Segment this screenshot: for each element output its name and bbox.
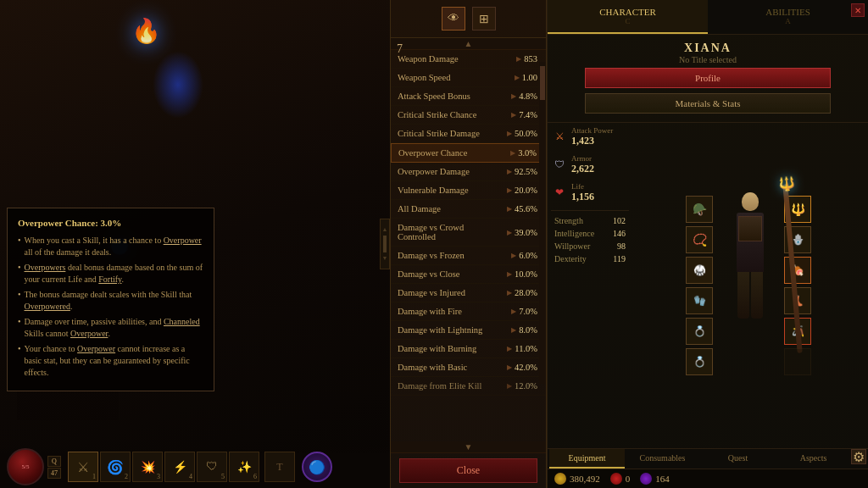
arrow-icon: ▶ [507,363,512,371]
stat-row-crit-damage[interactable]: Critical Strike Damage ▶ 50.0% [391,125,546,143]
stat-name-vulnerable-damage: Vulnerable Damage [398,186,469,195]
stat-value-vs-crowd: ▶ 39.0% [507,228,537,237]
stat-value-overpower-damage: ▶ 92.5% [507,167,537,176]
skill-slot-2[interactable]: 🌀 2 [100,452,131,482]
attack-power-info: Attack Power 1,423 [571,126,613,147]
arrow-icon: ▶ [507,130,512,137]
stat-value-with-lightning: ▶ 8.0% [511,325,537,335]
stat-row-with-fire[interactable]: Damage with Fire ▶ 7.0% [391,302,546,321]
equip-slot-gloves[interactable]: 🧤 [686,287,713,314]
arrow-icon: ▶ [507,168,512,175]
dexterity-row: Dexterity 119 [551,252,629,265]
stat-row-with-lightning[interactable]: Damage with Lightning ▶ 8.0% [391,321,546,340]
arrow-icon: ▶ [507,270,512,278]
stat-name-with-lightning: Damage with Lightning [398,325,482,335]
stat-name-vs-frozen: Damage vs Frozen [398,251,465,260]
blue-flame-glow [153,51,203,119]
red-currency: 0 [610,473,631,485]
stat-row-vs-frozen[interactable]: Damage vs Frozen ▶ 6.0% [391,247,546,265]
skill-slot-1[interactable]: ⚔ 1 [68,452,98,482]
attack-power-icon: ⚔ [551,129,568,146]
equip-slot-helmet[interactable]: 🪖 [686,196,713,223]
tab-equipment[interactable]: Equipment [549,449,625,469]
stat-row-overpower-chance[interactable]: Overpower Chance ▶ 3.0% [391,143,546,163]
stat-name-vs-crowd: Damage vs CrowdControlled [398,223,464,241]
blue-flame: 🔥 [131,17,161,45]
equip-col-left: 🪖 📿 🥋 🧤 💍 💍 [686,192,716,379]
panel-scroll-handle[interactable]: ▲ ▼ [380,219,390,269]
stat-name-elite-kill: Damage from Elite Kill [398,381,481,391]
equipment-tabs: Equipment Consumables Quest Aspects ⚙ [548,448,868,469]
stat-name-weapon-speed: Weapon Speed [398,73,450,82]
stat-row-elite-kill[interactable]: Damage from Elite Kill ▶ 12.0% [391,377,546,396]
tab-consumables[interactable]: Consumables [625,449,700,469]
skill-slots: ⚔ 1 🌀 2 💥 3 ⚡ 4 🛡 5 [68,452,259,482]
strength-row: Strength 102 [551,214,629,227]
extra-slot[interactable]: T [264,452,295,482]
character-figure: 🔱 [716,184,784,387]
profile-button[interactable]: Profile [585,68,831,88]
equip-slot-ring2[interactable]: 💍 [686,348,713,375]
equip-slot-empty[interactable] [784,348,811,375]
stat-row-all-damage[interactable]: All Damage ▶ 45.6% [391,200,546,219]
life-info: Life 1,156 [571,182,594,203]
stat-value-all-damage: ▶ 45.6% [507,204,537,214]
skill-slot-6[interactable]: ✨ 6 [229,452,259,482]
willpower-label: Willpower [554,241,590,251]
tooltip-point-3: • The bonus damage dealt scales with the… [18,289,203,313]
panel-close-button[interactable]: ✕ [851,3,865,17]
grid-view-btn[interactable]: ⊞ [472,7,496,30]
stat-row-attack-speed[interactable]: Attack Speed Bonus ▶ 4.8% [391,87,546,106]
stat-row-with-basic[interactable]: Damage with Basic ▶ 42.0% [391,358,546,377]
gold-value: 380,492 [570,474,600,484]
equip-slot-chest[interactable]: 🥋 [686,257,713,284]
stat-row-with-burning[interactable]: Damage with Burning ▶ 11.0% [391,340,546,358]
stat-row-crit-chance[interactable]: Critical Strike Chance ▶ 7.4% [391,106,546,125]
char-tabs-bar: CHARACTER C ABILITIES A ✕ [548,0,868,35]
char-body-area: ⚔ Attack Power 1,423 🛡 Armor 2,622 [548,123,868,448]
equip-slot-ring1[interactable]: 💍 [686,318,713,345]
attack-power-stat: ⚔ Attack Power 1,423 [551,126,629,147]
tab-abilities[interactable]: ABILITIES A [708,0,868,34]
dexterity-value: 119 [613,254,626,263]
stat-value-vs-close: ▶ 10.0% [507,269,537,279]
stat-row-weapon-damage[interactable]: Weapon Damage ▶ 853 [391,50,546,69]
skill-slot-4[interactable]: ⚡ 4 [164,452,195,482]
stat-row-overpower-damage[interactable]: Overpower Damage ▶ 92.5% [391,163,546,181]
stats-scrollbar[interactable] [539,62,546,384]
armor-label: Armor [571,154,594,163]
tab-consumables-label: Consumables [640,453,686,463]
scrollbar-thumb[interactable] [540,66,545,100]
stat-row-vulnerable-damage[interactable]: Vulnerable Damage ▶ 20.0% [391,181,546,200]
equip-slot-amulet[interactable]: 📿 [686,226,713,253]
arrow-icon: ▶ [511,111,516,119]
equip-settings-icon[interactable]: ⚙ [851,449,866,464]
materials-stats-button[interactable]: Materials & Stats [585,93,831,114]
skill-bar: 5/5 Q 47 ⚔ 1 🌀 2 💥 3 [0,446,390,488]
eye-view-btn[interactable]: 👁 [442,7,465,30]
stat-value-overpower-chance: ▶ 3.0% [510,148,537,158]
health-orb: 5/5 [7,448,44,485]
stat-row-vs-crowd[interactable]: Damage vs CrowdControlled ▶ 39.0% [391,219,546,247]
quest-indicator[interactable]: Q [47,456,61,467]
stat-value-vs-injured: ▶ 28.0% [507,288,537,297]
skill-slot-5[interactable]: 🛡 5 [197,452,227,482]
arrow-icon: ▶ [511,92,516,100]
tooltip-title: Overpower Chance: 3.0% [18,217,203,230]
stats-scroll-down[interactable]: ▼ [391,441,546,453]
life-icon: ❤ [551,185,568,202]
stat-row-weapon-speed[interactable]: Weapon Speed ▶ 1.00 [391,69,546,87]
tab-quest[interactable]: Quest [700,449,776,469]
skill-slot-3[interactable]: 💥 3 [132,452,163,482]
close-button[interactable]: Close [399,458,537,483]
stat-row-vs-close[interactable]: Damage vs Close ▶ 10.0% [391,265,546,284]
stat-row-vs-injured[interactable]: Damage vs Injured ▶ 28.0% [391,284,546,302]
equip-slot-pants[interactable]: 🍖 [784,257,811,284]
tab-abilities-label: ABILITIES [765,7,810,17]
arrow-icon: ▶ [511,252,516,259]
stats-scroll-up[interactable]: ▲ [391,38,546,50]
tab-character[interactable]: CHARACTER C [548,0,708,34]
tab-aspects[interactable]: Aspects [776,449,851,469]
gold-currency: 380,492 [554,473,600,485]
red-currency-icon [610,473,622,485]
